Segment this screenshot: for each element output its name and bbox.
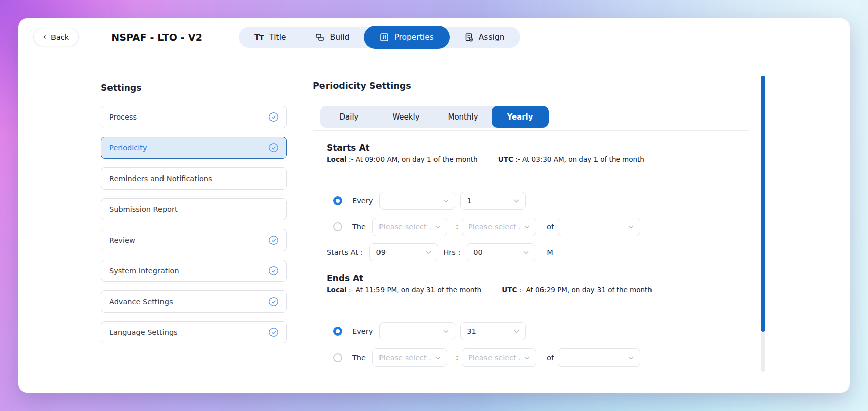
utc-label: UTC: [502, 286, 517, 294]
build-icon: [315, 33, 324, 42]
starts-at-time-label: Starts At :: [327, 248, 363, 256]
check-circle-icon: [268, 266, 279, 276]
sidebar-item-label: System Integration: [109, 267, 179, 275]
hrs-label: Hrs :: [443, 248, 460, 256]
the-radio[interactable]: [333, 222, 342, 231]
the-label: The: [352, 223, 366, 231]
tab-yearly[interactable]: Yearly: [492, 106, 549, 128]
of-label: of: [547, 354, 554, 362]
sidebar-item-label: Language Settings: [109, 328, 178, 336]
every-radio[interactable]: [333, 327, 342, 336]
chevron-down-icon: [524, 356, 530, 360]
tab-properties[interactable]: Properties: [364, 26, 449, 49]
back-label: Back: [51, 33, 69, 41]
ends-every-unit-select[interactable]: [379, 322, 455, 340]
chevron-down-icon: [628, 225, 634, 229]
chevron-down-icon: [628, 356, 634, 360]
chevron-down-icon: [514, 199, 519, 203]
ends-at-section: Ends At Local :- At 11:59 PM, on day 31 …: [313, 273, 850, 367]
sidebar-item-label: Submission Report: [109, 205, 178, 213]
divider: [313, 303, 749, 303]
select-placeholder: Please select ...: [468, 354, 520, 362]
sidebar-item-label: Process: [109, 113, 137, 121]
sidebar-item-label: Advance Settings: [109, 298, 173, 306]
check-circle-icon: [268, 143, 279, 153]
local-label: Local: [327, 286, 347, 294]
ends-at-heading: Ends At: [327, 273, 850, 283]
colon-separator: :: [456, 353, 458, 362]
sidebar-item-process[interactable]: Process: [101, 106, 287, 128]
settings-sidebar: Settings Process Periodicity Reminders a…: [101, 56, 287, 393]
local-text: :- At 09:00 AM, on day 1 of the month: [349, 155, 478, 163]
ends-the-row: The Please select ... : Please select ..…: [327, 348, 850, 367]
divider: [313, 172, 749, 172]
tab-assign[interactable]: Assign: [450, 27, 519, 48]
starts-every-unit-select[interactable]: [379, 192, 455, 210]
every-label: Every: [352, 197, 373, 205]
ends-week-order-select[interactable]: Please select ...: [372, 348, 447, 367]
sidebar-item-language-settings[interactable]: Language Settings: [101, 321, 287, 343]
page-title: NSPAF - LTO - V2: [111, 32, 202, 43]
chevron-down-icon: [435, 225, 441, 229]
check-circle-icon: [268, 235, 279, 245]
check-circle-icon: [268, 327, 279, 337]
select-placeholder: Please select ...: [379, 223, 431, 231]
scrollbar-track[interactable]: [761, 76, 765, 372]
starts-at-summary: Local :- At 09:00 AM, on day 1 of the mo…: [327, 155, 850, 163]
select-value: 09: [376, 248, 385, 256]
starts-at-section: Starts At Local :- At 09:00 AM, on day 1…: [313, 143, 850, 261]
panel-title: Periodicity Settings: [313, 81, 850, 91]
starts-the-row: The Please select ... : Please select ..…: [327, 218, 850, 236]
period-tab-bar: Daily Weekly Monthly Yearly: [320, 106, 549, 128]
tab-weekly[interactable]: Weekly: [377, 106, 435, 128]
every-radio[interactable]: [333, 196, 342, 205]
colon-separator: :: [456, 222, 458, 231]
starts-at-heading: Starts At: [327, 143, 850, 153]
sidebar-item-advance-settings[interactable]: Advance Settings: [101, 290, 287, 313]
title-icon: Tᴛ: [254, 32, 263, 42]
select-value: 31: [467, 327, 476, 335]
ends-month-select[interactable]: [558, 348, 640, 367]
starts-minute-select[interactable]: 00: [467, 243, 535, 261]
top-tab-bar: Tᴛ Title Build: [239, 27, 520, 48]
chevron-down-icon: [524, 225, 530, 229]
tab-daily-label: Daily: [340, 112, 359, 122]
ends-weekday-select[interactable]: Please select ...: [462, 348, 536, 367]
assign-icon: [464, 33, 473, 42]
utc-text: :- At 06:29 PM, on day 31 of the month: [519, 286, 652, 294]
header: ‹ Back NSPAF - LTO - V2 Tᴛ Title Build: [18, 18, 850, 56]
sidebar-item-submission-report[interactable]: Submission Report: [101, 198, 287, 220]
sidebar-item-reminders-and-notifications[interactable]: Reminders and Notifications: [101, 167, 287, 190]
sidebar-heading: Settings: [101, 83, 287, 93]
tab-weekly-label: Weekly: [392, 112, 419, 122]
starts-week-order-select[interactable]: Please select ...: [372, 218, 447, 236]
utc-text: :- At 03:30 AM, on day 1 of the month: [515, 155, 644, 163]
utc-label: UTC: [498, 155, 513, 163]
check-circle-icon: [268, 297, 279, 307]
back-button[interactable]: ‹ Back: [33, 28, 79, 46]
tab-daily[interactable]: Daily: [320, 106, 377, 128]
sidebar-item-label: Review: [109, 236, 135, 244]
starts-weekday-select[interactable]: Please select ...: [462, 218, 536, 236]
local-label: Local: [327, 155, 347, 163]
sidebar-item-label: Reminders and Notifications: [109, 174, 212, 183]
ends-every-count-select[interactable]: 31: [460, 322, 526, 340]
starts-month-select[interactable]: [558, 218, 640, 236]
ends-every-row: Every 31: [327, 322, 850, 340]
tab-title[interactable]: Tᴛ Title: [240, 27, 300, 48]
sidebar-item-periodicity[interactable]: Periodicity: [101, 137, 287, 159]
divider: [313, 130, 749, 131]
tab-monthly[interactable]: Monthly: [435, 106, 492, 128]
select-value: 00: [473, 248, 482, 256]
starts-hour-select[interactable]: 09: [369, 243, 438, 261]
sidebar-item-system-integration[interactable]: System Integration: [101, 260, 287, 282]
chevron-down-icon: [443, 330, 449, 333]
sidebar-item-review[interactable]: Review: [101, 229, 287, 251]
the-radio[interactable]: [333, 353, 342, 362]
tab-build[interactable]: Build: [301, 27, 364, 48]
tab-assign-label: Assign: [479, 33, 505, 42]
minutes-suffix-label: M: [547, 248, 553, 256]
starts-every-count-select[interactable]: 1: [460, 192, 526, 210]
scrollbar-thumb[interactable]: [761, 76, 765, 332]
chevron-down-icon: [426, 251, 431, 254]
